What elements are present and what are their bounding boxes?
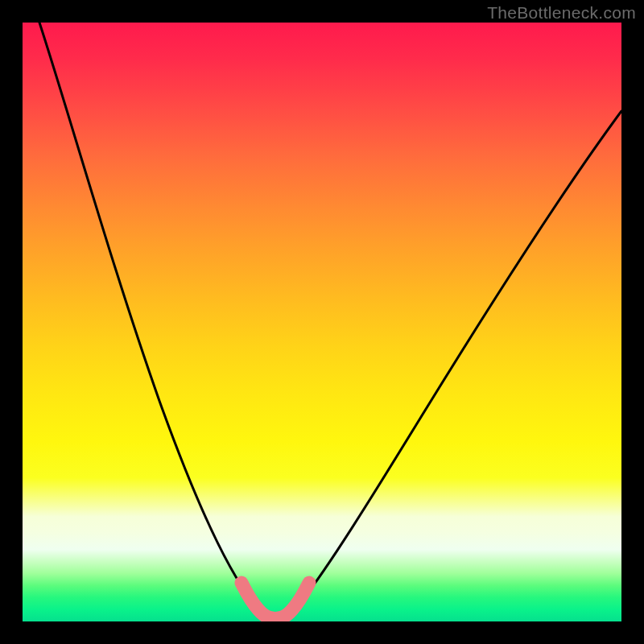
black-curve: [39, 23, 621, 620]
pink-highlight: [242, 583, 309, 619]
chart-stage: TheBottleneck.com: [0, 0, 644, 644]
curve-layer: [23, 23, 621, 621]
watermark-text: TheBottleneck.com: [487, 3, 636, 23]
plot-area: [23, 23, 621, 621]
